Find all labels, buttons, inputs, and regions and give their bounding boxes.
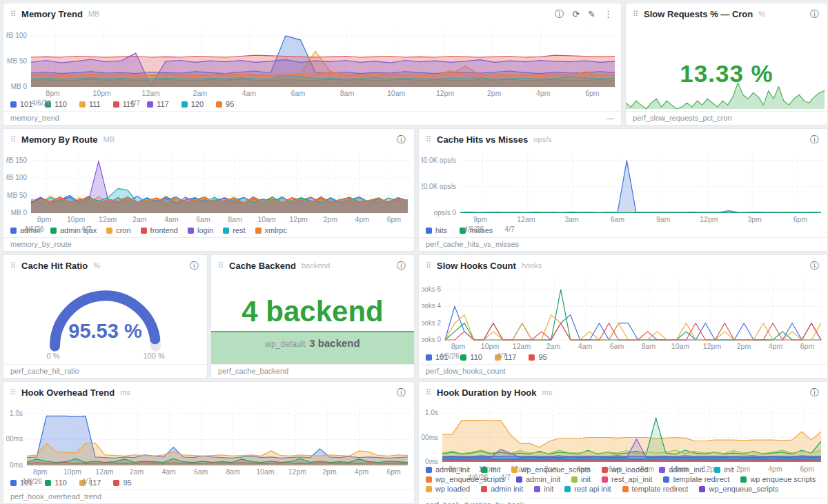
- memory-by-route-chart[interactable]: 0 MB50 MB100 MB150 MB: [6, 152, 411, 215]
- panel-footer: memory_by_route: [3, 237, 414, 251]
- info-icon[interactable]: ⓘ: [395, 388, 407, 397]
- info-icon[interactable]: ⓘ: [809, 135, 820, 144]
- drag-handle-icon[interactable]: ⠿: [426, 262, 431, 270]
- chart-svg[interactable]: [6, 152, 411, 215]
- legend-item[interactable]: wp_loaded: [602, 465, 648, 474]
- legend-slow-hooks: 10111011795: [419, 352, 827, 363]
- info-icon[interactable]: ⓘ: [188, 261, 200, 270]
- panel-header: ⠿ Memory By Route MB ⓘ: [3, 129, 414, 150]
- legend-item[interactable]: admin_init: [516, 475, 560, 483]
- hook-overhead-trend-chart[interactable]: 0ms500ms1.0s: [6, 405, 411, 467]
- chart-svg[interactable]: [422, 152, 824, 215]
- chart-svg[interactable]: [422, 278, 824, 342]
- legend-item[interactable]: init: [714, 465, 733, 474]
- legend-item[interactable]: cron: [106, 226, 130, 234]
- legend-item[interactable]: wp_enqueue_scripts: [511, 465, 591, 474]
- legend-item[interactable]: wp enqueue scripts: [740, 475, 816, 483]
- drag-handle-icon[interactable]: ⠿: [10, 136, 16, 143]
- cache-hit-ratio-gauge[interactable]: 95.53 %0 %100 %: [9, 277, 201, 363]
- kebab-menu-icon[interactable]: ⋮: [602, 10, 614, 19]
- legend-item[interactable]: wp_enqueue_scripts: [426, 475, 505, 483]
- legend-swatch: [141, 228, 147, 234]
- legend-item[interactable]: init: [534, 485, 553, 493]
- legend-item[interactable]: admin_init: [659, 465, 703, 474]
- legend-item[interactable]: wp_enqueue_scripts: [699, 485, 778, 493]
- panel-header: ⠿ Cache Backend backend ⓘ: [211, 255, 414, 276]
- legend-item[interactable]: init: [571, 475, 591, 483]
- info-icon[interactable]: ⓘ: [395, 261, 407, 270]
- panel-title: Hook Overhead Trend: [21, 387, 115, 398]
- drag-handle-icon[interactable]: ⠿: [218, 262, 224, 270]
- edit-icon[interactable]: ✎: [586, 10, 597, 19]
- legend-item[interactable]: hits: [426, 226, 447, 234]
- y-tick-label: 6 hooks: [422, 285, 441, 293]
- date-label: 4/6/26: [22, 477, 42, 485]
- drag-handle-icon[interactable]: ⠿: [10, 10, 16, 18]
- chart-svg[interactable]: [422, 405, 824, 464]
- panel-slow-hooks-count: ⠿ Slow Hooks Count hooks ⓘ 0 hooks2 hook…: [418, 254, 828, 379]
- panel-unit: %: [93, 261, 100, 270]
- drag-handle-icon[interactable]: ⠿: [633, 10, 638, 18]
- legend-item[interactable]: login: [188, 226, 213, 234]
- hook-duration-chart[interactable]: 0ms500ms1.0s: [422, 405, 824, 464]
- legend-item[interactable]: rest_api_init: [602, 475, 652, 483]
- legend-hook-overhead: 10111011795: [3, 477, 414, 488]
- legend-item[interactable]: 120: [181, 100, 204, 108]
- date-label: 4/6/26: [31, 99, 51, 107]
- panel-unit: ops/s: [533, 135, 551, 143]
- legend-swatch: [147, 101, 153, 108]
- legend-swatch: [663, 476, 669, 483]
- drag-handle-icon[interactable]: ⠿: [10, 262, 16, 270]
- legend-swatch: [740, 476, 747, 483]
- legend-item[interactable]: rest api init: [564, 485, 611, 493]
- legend-item[interactable]: frontend: [141, 226, 178, 234]
- legend-item[interactable]: 95: [216, 100, 234, 108]
- legend-swatch: [10, 480, 17, 486]
- legend-swatch: [714, 467, 720, 473]
- x-axis-memory-trend: 8pm10pm12am2am4am6am8am10am12pm2pm4pm6pm: [3, 89, 621, 99]
- y-tick-label: 4 hooks: [422, 302, 441, 310]
- legend-item[interactable]: 111: [79, 100, 101, 108]
- legend-item[interactable]: 95: [529, 353, 546, 361]
- legend-item[interactable]: 110: [460, 353, 482, 361]
- cache-backend-band: wp_default3 backend: [211, 331, 414, 364]
- chart-svg[interactable]: [6, 26, 618, 89]
- legend-item[interactable]: rest: [223, 226, 245, 234]
- memory-trend-chart[interactable]: 0 MB50 MB100 MB: [6, 26, 618, 89]
- legend-item[interactable]: init: [481, 465, 500, 474]
- legend-item[interactable]: admin init: [481, 485, 523, 493]
- drag-handle-icon[interactable]: ⠿: [426, 136, 431, 143]
- info-icon[interactable]: ⓘ: [395, 135, 407, 144]
- legend-swatch: [113, 101, 119, 108]
- slow-hooks-count-chart[interactable]: 0 hooks2 hooks4 hooks6 hooks: [422, 278, 824, 342]
- drag-handle-icon[interactable]: ⠿: [426, 389, 431, 396]
- legend-swatch: [571, 476, 578, 483]
- slow-requests-sparkline[interactable]: [626, 75, 827, 111]
- legend-item[interactable]: 110: [45, 478, 67, 487]
- legend-item[interactable]: 95: [113, 478, 131, 487]
- refresh-icon[interactable]: ⟳: [571, 10, 581, 19]
- chart-svg[interactable]: [6, 405, 411, 467]
- legend-item[interactable]: template redirect: [663, 475, 729, 483]
- panel-title: Hook Duration by Hook: [437, 387, 536, 398]
- legend-item[interactable]: wp loaded: [426, 485, 470, 493]
- legend-item[interactable]: 101: [10, 100, 32, 108]
- info-icon[interactable]: ⓘ: [809, 10, 820, 19]
- legend-memory-by-route: adminadmin ajaxcronfrontendloginrestxmlr…: [3, 225, 414, 236]
- y-tick-label: 2 hooks: [422, 319, 441, 327]
- gauge-min-label: 0 %: [47, 352, 60, 360]
- info-icon[interactable]: ⓘ: [809, 261, 820, 270]
- panel-footer: perf_cache_backend: [211, 364, 414, 378]
- drag-handle-icon[interactable]: ⠿: [10, 389, 16, 396]
- legend-swatch: [106, 228, 112, 234]
- cache-hits-vs-misses-chart[interactable]: 0 ops/s20.0K ops/s40.0K ops/s: [422, 152, 824, 215]
- legend-item[interactable]: 117: [147, 100, 169, 108]
- chart-svg[interactable]: [626, 75, 827, 111]
- legend-item[interactable]: admin_init: [426, 465, 470, 474]
- info-icon[interactable]: ⓘ: [809, 388, 820, 397]
- y-tick-label: 0 MB: [6, 209, 27, 216]
- y-tick-label: 1.0s: [422, 409, 438, 416]
- legend-item[interactable]: template redirect: [622, 485, 689, 493]
- info-icon[interactable]: ⓘ: [553, 10, 565, 19]
- legend-item[interactable]: xmlrpc: [255, 226, 287, 234]
